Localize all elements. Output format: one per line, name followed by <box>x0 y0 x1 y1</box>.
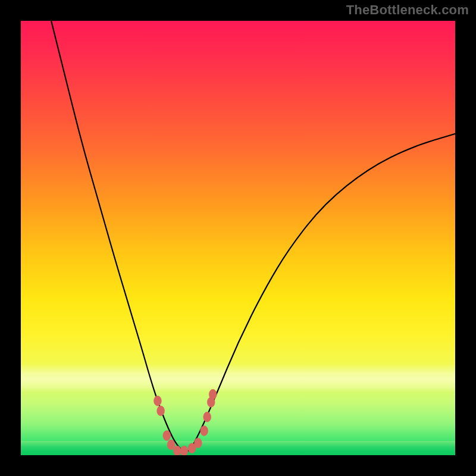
scatter-dot <box>209 389 217 399</box>
scatter-dot <box>201 426 208 436</box>
plot-area <box>21 21 455 455</box>
scatter-points <box>154 389 217 455</box>
chart-frame: TheBottleneck.com <box>0 0 476 476</box>
scatter-dot <box>203 412 211 422</box>
scatter-dot <box>180 446 188 455</box>
watermark-text: TheBottleneck.com <box>346 2 469 18</box>
scatter-dot <box>154 396 161 406</box>
scatter-dot <box>194 438 202 448</box>
scatter-dot <box>163 431 171 441</box>
scatter-dot <box>173 446 181 455</box>
scatter-dot <box>157 406 165 416</box>
bottleneck-curve <box>51 21 455 451</box>
curve-svg <box>21 21 455 455</box>
